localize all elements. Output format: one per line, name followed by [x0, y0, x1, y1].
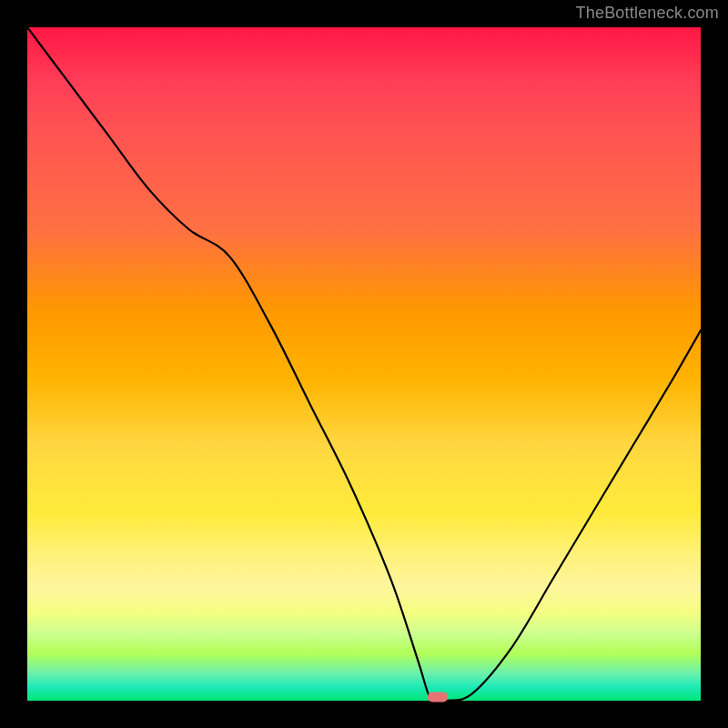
bottleneck-curve — [27, 27, 701, 701]
watermark: TheBottleneck.com — [576, 4, 719, 23]
optimal-marker — [428, 693, 448, 703]
chart-container: TheBottleneck.com — [0, 0, 728, 728]
plot-area — [27, 27, 701, 701]
